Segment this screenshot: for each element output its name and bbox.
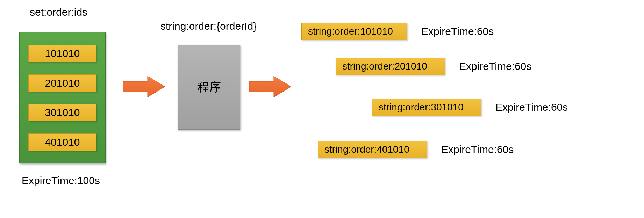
pattern-label: string:order:{orderId} xyxy=(160,20,257,32)
arrow-icon xyxy=(249,74,291,99)
set-item: 101010 xyxy=(28,45,96,62)
arrow-icon xyxy=(123,74,165,99)
output-expire: ExpireTime:60s xyxy=(421,26,494,37)
output-row: string:order:301010 ExpireTime:60s xyxy=(372,99,568,116)
set-box: 101010 201010 301010 401010 xyxy=(19,32,106,164)
output-row: string:order:101010 ExpireTime:60s xyxy=(301,23,494,40)
output-key: string:order:301010 xyxy=(372,99,481,116)
program-box: 程序 xyxy=(178,45,240,130)
output-row: string:order:201010 ExpireTime:60s xyxy=(336,58,531,75)
output-row: string:order:401010 ExpireTime:60s xyxy=(318,141,514,158)
set-expire-label: ExpireTime:100s xyxy=(22,175,100,187)
set-item: 301010 xyxy=(28,104,96,121)
output-key: string:order:401010 xyxy=(318,141,427,158)
output-expire: ExpireTime:60s xyxy=(495,101,568,113)
output-key: string:order:201010 xyxy=(336,58,445,75)
output-key: string:order:101010 xyxy=(301,23,407,40)
set-item: 401010 xyxy=(28,133,96,151)
set-item: 201010 xyxy=(28,74,96,92)
output-expire: ExpireTime:60s xyxy=(441,144,514,155)
set-label: set:order:ids xyxy=(30,6,87,18)
output-expire: ExpireTime:60s xyxy=(459,60,531,72)
